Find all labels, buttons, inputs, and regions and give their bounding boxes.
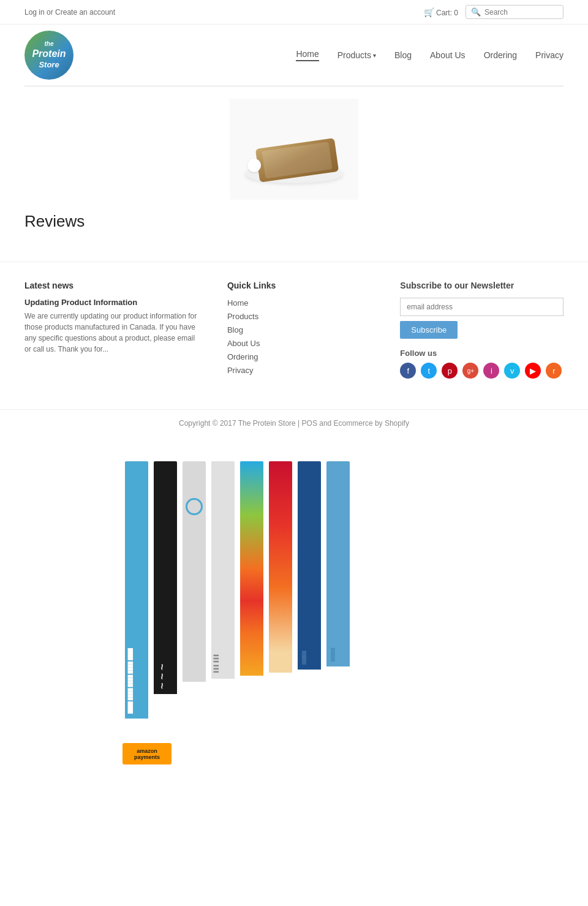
google-plus-icon[interactable]: g+	[462, 363, 478, 379]
product-bar-4[interactable]: ▌▌▌ ▌▌▌	[209, 461, 236, 679]
product-image	[230, 99, 358, 200]
pinterest-icon[interactable]: p	[442, 363, 458, 379]
logo-protein: Protein	[32, 48, 66, 61]
facebook-icon[interactable]: f	[400, 363, 416, 379]
product-bar-5[interactable]	[238, 461, 265, 676]
footer-link-ordering[interactable]: Ordering	[227, 352, 258, 361]
logo-store: Store	[32, 60, 66, 70]
search-box[interactable]: 🔍	[466, 5, 564, 19]
bar-visual-7: |||||||||||	[298, 461, 321, 670]
amazon-badge[interactable]: amazon payments	[123, 743, 172, 764]
list-item: Products	[227, 311, 375, 321]
search-icon: 🔍	[471, 7, 481, 17]
bar-visual-8: |||||||||||	[326, 461, 350, 666]
or-text: or	[45, 8, 55, 17]
nav-about[interactable]: About Us	[430, 50, 466, 60]
amazon-sublabel: payments	[134, 754, 160, 760]
footer-news-heading: Latest news	[24, 281, 203, 290]
social-icons: f t p g+ i v ▶ r	[400, 363, 564, 379]
product-bar-8[interactable]: |||||||||||	[324, 461, 352, 666]
top-bar: Log in or Create an account 🛒 Cart: 0 🔍	[0, 0, 588, 25]
logo-text: the Protein Store	[32, 40, 66, 71]
footer-news-col: Latest news Updating Product Information…	[24, 281, 203, 379]
footer-links-heading: Quick Links	[227, 281, 375, 290]
twitter-icon[interactable]: t	[421, 363, 437, 379]
bar-visual-1: ████ ████ ████ ████ ████	[125, 461, 148, 719]
nav-blog[interactable]: Blog	[394, 50, 412, 60]
logo-circle: the Protein Store	[24, 31, 74, 80]
footer-links-list: Home Products Blog About Us Ordering Pri…	[227, 298, 375, 375]
header: the Protein Store Home Products ▾ Blog A…	[0, 25, 588, 86]
top-bar-auth: Log in or Create an account	[24, 8, 115, 17]
reviews-heading: Reviews	[24, 212, 564, 231]
bar-chart: ████ ████ ████ ████ ████ ~ ~ ~ ▌▌▌ ▌▌▌	[123, 461, 352, 719]
email-input[interactable]	[400, 298, 564, 316]
top-bar-right: 🛒 Cart: 0 🔍	[424, 5, 564, 19]
cart-count: Cart: 0	[436, 9, 458, 17]
product-bar-6[interactable]	[266, 461, 294, 673]
footer-link-blog[interactable]: Blog	[227, 325, 243, 334]
bar-visual-3	[183, 461, 206, 682]
footer-link-privacy[interactable]: Privacy	[227, 366, 254, 375]
chevron-down-icon: ▾	[373, 52, 376, 59]
list-item: Ordering	[227, 352, 375, 361]
nav-products-label: Products	[337, 50, 371, 60]
footer: Latest news Updating Product Information…	[0, 262, 588, 403]
login-link[interactable]: Log in	[24, 8, 45, 17]
main-nav: Home Products ▾ Blog About Us Ordering P…	[296, 49, 564, 61]
list-item: About Us	[227, 338, 375, 348]
nav-products[interactable]: Products ▾	[337, 50, 376, 60]
nav-home[interactable]: Home	[296, 49, 318, 61]
footer-link-products[interactable]: Products	[227, 312, 258, 321]
list-item: Home	[227, 298, 375, 308]
white-ball	[247, 159, 261, 172]
footer-link-about[interactable]: About Us	[227, 339, 260, 348]
nav-ordering[interactable]: Ordering	[484, 50, 517, 60]
copyright: Copyright © 2017 The Protein Store | POS…	[0, 409, 588, 437]
logo-area: the Protein Store	[24, 31, 74, 80]
newsletter-heading: Subscribe to our Newsletter	[400, 281, 564, 290]
bar-visual-6	[269, 461, 292, 673]
search-input[interactable]	[484, 8, 558, 17]
footer-newsletter-col: Subscribe to our Newsletter Subscribe Fo…	[400, 281, 564, 379]
follow-us-label: Follow us	[400, 349, 564, 358]
youtube-icon[interactable]: ▶	[525, 363, 541, 379]
bar-visual-5	[240, 461, 263, 676]
product-image-area	[24, 99, 564, 200]
footer-news-text: We are currently updating our product in…	[24, 311, 203, 355]
rss-icon[interactable]: r	[546, 363, 562, 379]
amazon-logo: amazon payments	[134, 748, 160, 760]
footer-link-home[interactable]: Home	[227, 298, 249, 308]
product-bar-7[interactable]: |||||||||||	[295, 461, 323, 670]
logo-the: the	[32, 40, 66, 48]
amazon-section: amazon payments	[0, 731, 588, 777]
food-visual	[239, 110, 349, 189]
product-bar-1[interactable]: ████ ████ ████ ████ ████	[123, 461, 150, 719]
cart-icon: 🛒	[424, 7, 434, 17]
main-content: Reviews	[0, 86, 588, 262]
product-bar-2[interactable]: ~ ~ ~	[151, 461, 179, 694]
footer-columns: Latest news Updating Product Information…	[24, 281, 564, 379]
create-account-link[interactable]: Create an account	[55, 8, 115, 17]
footer-links-col: Quick Links Home Products Blog About Us …	[227, 281, 375, 379]
subscribe-button[interactable]: Subscribe	[400, 321, 458, 339]
bar-visual-2: ~ ~ ~	[154, 461, 177, 694]
bar-visual-4: ▌▌▌ ▌▌▌	[211, 461, 235, 679]
product-bar-3[interactable]	[180, 461, 208, 682]
cart-area[interactable]: 🛒 Cart: 0	[424, 7, 458, 17]
nav-privacy[interactable]: Privacy	[535, 50, 564, 60]
product-bars-section: ████ ████ ████ ████ ████ ~ ~ ~ ▌▌▌ ▌▌▌	[0, 437, 588, 731]
footer-news-title[interactable]: Updating Product Information	[24, 298, 203, 307]
amazon-label: amazon	[134, 748, 160, 754]
instagram-icon[interactable]: i	[483, 363, 499, 379]
list-item: Privacy	[227, 365, 375, 375]
list-item: Blog	[227, 325, 375, 334]
vimeo-icon[interactable]: v	[504, 363, 520, 379]
